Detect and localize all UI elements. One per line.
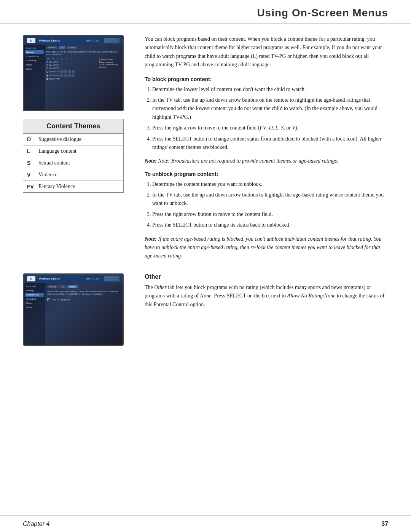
tv-body: Lock Now Ratings Chan Blocks Spending Ho… <box>24 45 123 110</box>
content-themes-table: Content Themes D Suggestive dialogue L L… <box>23 119 124 193</box>
theme-desc-fv: Fantasy Violence <box>38 184 75 190</box>
directv-logo: D <box>27 38 35 43</box>
left-column: D Ratings Limits Wed 7:14p Lock Now Rati… <box>23 35 133 266</box>
tv-tabs: Movies TV Others <box>46 46 121 49</box>
tv2-checkbox-area: Allow No Rating/None <box>47 298 120 301</box>
tv2-tab-others: Others <box>67 285 78 288</box>
tv2-main: Movies TV Others You may block programs … <box>45 283 123 345</box>
unblock-heading: To unblock program content: <box>145 171 388 177</box>
tv2-checkbox <box>47 298 50 301</box>
tv-screen-1: D Ratings Limits Wed 7:14p Lock Now Rati… <box>23 35 124 111</box>
block-steps: Determine the lowest level of content yo… <box>152 85 388 152</box>
tv2-checkbox-label: Allow No Rating/None <box>52 299 70 301</box>
tv2-tab-movies: Movies <box>47 285 58 288</box>
tv-sidebar-chanBlocks: Chan Blocks <box>25 54 44 58</box>
theme-row-fv: FV Fantasy Violence <box>23 181 123 192</box>
tv2-sidebar-chanBlocks: Chan Blocks <box>25 293 44 297</box>
tv2-sidebar-done: Done <box>25 305 44 309</box>
tv-main-area: Movies TV Others Press SELECT on a TV ra… <box>45 45 123 110</box>
tv2-tabs: Movies TV Others <box>47 285 120 288</box>
theme-row-d: D Suggestive dialogue <box>23 134 123 145</box>
tv-title: Ratings Limits <box>39 39 60 42</box>
tv-top-bar: D Ratings Limits Wed 7:14p <box>24 36 123 45</box>
theme-desc-l: Language content <box>38 148 76 154</box>
tv-screen-2: D Ratings Limits Wed 7:14p Lock Now Rati… <box>23 273 124 346</box>
tv2-tab-tv: TV <box>59 285 66 288</box>
tv-sidebar-spending: Spending <box>25 59 44 62</box>
tv-row-tv14: Allow TV-14 <box>46 73 97 77</box>
second-right-column: Other The Other tab lets you block progr… <box>145 273 388 346</box>
tv2-title: Ratings Limits <box>39 277 60 280</box>
tv-row-tvpg: Allow TV-PG <box>46 70 97 73</box>
tv-tab-others: Others <box>67 46 77 49</box>
tv-date: Wed 7:14p <box>86 39 99 42</box>
theme-desc-s: Sexual content <box>38 160 70 166</box>
theme-letter-l: L <box>27 148 38 154</box>
tv-grid-header: FV D L S V <box>46 58 97 60</box>
tv2-body: Lock Now Ratings Chan Blocks Spending Ho… <box>24 283 123 345</box>
tv2-sidebar: Lock Now Ratings Chan Blocks Spending Ho… <box>24 283 45 345</box>
tv-row-tvg: Allow TV-G <box>46 67 97 70</box>
tv-screen-inner-1: D Ratings Limits Wed 7:14p Lock Now Rati… <box>24 36 123 110</box>
theme-row-s: S Sexual content <box>23 157 123 169</box>
page-footer: Chapter 4 37 <box>0 515 411 532</box>
footer-chapter: Chapter 4 <box>23 521 49 527</box>
page-title: Using On-Screen Menus <box>23 7 388 19</box>
tv-instruction: Press SELECT on a TV rating in the scale… <box>46 51 121 56</box>
tv2-top-bar: D Ratings Limits Wed 7:14p <box>24 275 123 283</box>
tv2-logo: D <box>27 276 35 281</box>
theme-letter-s: S <box>27 160 38 166</box>
unblock-step-5: Press the SELECT button to change its st… <box>152 221 388 229</box>
block-heading: To block program content: <box>145 76 388 82</box>
tv-sidebar-hours: Hours <box>25 63 44 67</box>
tv-thumbnail <box>104 38 119 43</box>
theme-letter-v: V <box>27 172 38 178</box>
tv2-date: Wed 7:14p <box>86 277 99 280</box>
intro-paragraph: You can block programs based on their co… <box>145 35 388 69</box>
tv-side-note: Fantasy Violence. These programs contain… <box>98 58 119 69</box>
tv-grid-area: FV D L S V Allow TV-Y <box>46 58 121 80</box>
theme-letter-fv: FV <box>27 184 38 190</box>
tv-grid-right: Fantasy Violence. These programs contain… <box>98 58 121 80</box>
tv2-inner: D Ratings Limits Wed 7:14p Lock Now Rati… <box>24 275 123 345</box>
block-step-1: Determine the lowest level of content yo… <box>152 85 388 94</box>
tv-tab-tv: TV <box>59 46 65 49</box>
theme-desc-v: Violence <box>38 172 57 178</box>
tv-row-tvma: Block TV-MA <box>46 77 97 80</box>
right-column: You can block programs based on their co… <box>145 35 388 266</box>
other-heading: Other <box>145 273 388 280</box>
tv2-sidebar-lockNow: Lock Now <box>25 284 44 288</box>
theme-letter-d: D <box>27 136 38 142</box>
unblock-step-4: Press the right arrow button to move to … <box>152 210 388 219</box>
block-step-4: Press the SELECT button to change conten… <box>152 135 388 152</box>
unblock-steps: Determine the content themes you want to… <box>152 180 388 230</box>
tv2-sidebar-spending: Spending <box>25 297 44 301</box>
other-paragraph: The Other tab lets you block programs wi… <box>145 283 388 309</box>
unblock-step-1: Determine the content themes you want to… <box>152 180 388 189</box>
tv-sidebar: Lock Now Ratings Chan Blocks Spending Ho… <box>24 45 45 110</box>
tv-sidebar-ratings: Ratings <box>25 50 44 54</box>
tv-row-tvy7: Allow TV-Y7 <box>46 64 97 67</box>
second-left-column: D Ratings Limits Wed 7:14p Lock Now Rati… <box>23 273 133 346</box>
tv2-sidebar-hours: Hours <box>25 301 44 305</box>
footer-page-number: 37 <box>381 521 388 527</box>
main-content: D Ratings Limits Wed 7:14p Lock Now Rati… <box>0 24 411 266</box>
tv2-body-text: You may block programs that have no rati… <box>47 290 120 296</box>
theme-row-v: V Violence <box>23 169 123 181</box>
tv-grid-left: FV D L S V Allow TV-Y <box>46 58 97 80</box>
block-step-3: Press the right arrow to move to the con… <box>152 124 388 132</box>
block-step-2: In the TV tab, use the up and down arrow… <box>152 96 388 121</box>
theme-row-l: L Language content <box>23 145 123 157</box>
tv-sidebar-lockNow: Lock Now <box>25 46 44 50</box>
second-section: D Ratings Limits Wed 7:14p Lock Now Rati… <box>0 266 411 346</box>
unblock-bold-note: Note: If the entire age-based rating is … <box>145 235 388 260</box>
unblock-step-2: In the TV tab, use the up and down arrow… <box>152 191 388 208</box>
tv2-sidebar-ratings: Ratings <box>25 289 44 292</box>
tv2-thumbnail <box>104 276 119 281</box>
tv-sidebar-done: Done <box>25 67 44 71</box>
block-note: Note: Note: Broadcasters are not require… <box>145 157 388 165</box>
theme-desc-d: Suggestive dialogue <box>38 136 81 142</box>
content-themes-heading: Content Themes <box>23 119 123 134</box>
unblock-note-text: If the entire age-based rating is blocke… <box>145 236 381 259</box>
page-header: Using On-Screen Menus <box>0 0 411 24</box>
